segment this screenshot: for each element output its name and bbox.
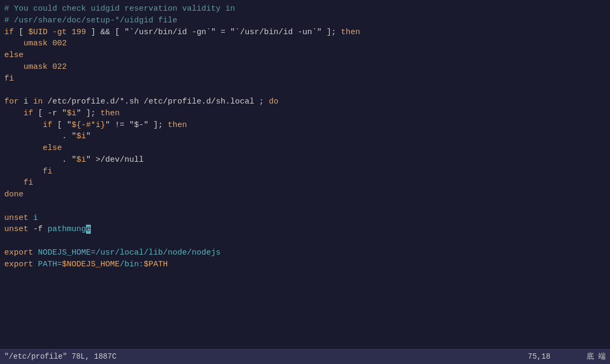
status-bar: "/etc/profile" 78L, 1887C 75,18 底 端: [0, 349, 610, 364]
line: fi: [4, 166, 610, 178]
line: export PATH=$NODEJS_HOME/bin:$PATH: [4, 259, 610, 271]
line: export NODEJS_HOME=/usr/local/lib/node/n…: [4, 247, 610, 259]
line: [4, 84, 610, 96]
editor: # You could check uidgid reservation val…: [0, 0, 610, 364]
line: [4, 201, 610, 212]
line: for i in /etc/profile.d/*.sh /etc/profil…: [4, 96, 610, 108]
line: if [ "${-#*i}" != "$-" ]; then: [4, 120, 610, 131]
line: else: [4, 50, 610, 61]
status-right: 75,18 底 端: [405, 351, 606, 362]
line: # You could check uidgid reservation val…: [4, 3, 610, 15]
cursor-position: 75,18: [528, 352, 550, 361]
line: # /usr/share/doc/setup-*/uidgid file: [4, 15, 610, 27]
line: . "$i": [4, 131, 610, 143]
line: umask 002: [4, 38, 610, 50]
bottom-label: 底 端: [586, 352, 606, 361]
line: fi: [4, 177, 610, 189]
line: unset -f pathmunge: [4, 224, 610, 235]
code-area[interactable]: # You could check uidgid reservation val…: [0, 0, 610, 349]
line: done: [4, 189, 610, 201]
line: unset i: [4, 212, 610, 224]
line: fi: [4, 73, 610, 85]
line: umask 022: [4, 61, 610, 73]
line: [4, 235, 610, 247]
status-left: "/etc/profile" 78L, 1887C: [4, 351, 205, 362]
line: if [ $UID -gt 199 ] && [ "`/usr/bin/id -…: [4, 27, 610, 38]
line: else: [4, 143, 610, 154]
line: . "$i" >/dev/null: [4, 154, 610, 166]
line: if [ -r "$i" ]; then: [4, 108, 610, 120]
